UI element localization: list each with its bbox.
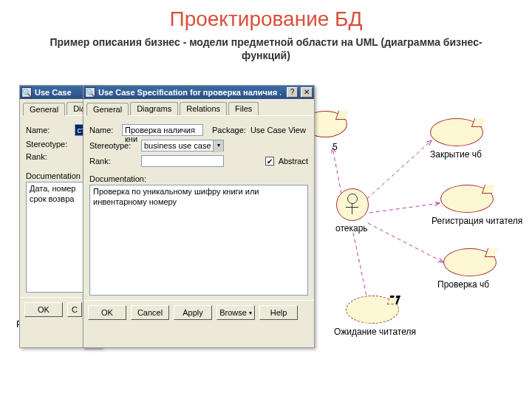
chevron-down-icon-browse: ▾	[249, 310, 252, 316]
chevron-down-icon[interactable]: ▾	[213, 140, 223, 152]
label-abstract: Abstract	[279, 157, 308, 166]
tab-diagrams[interactable]: Diagrams	[130, 102, 178, 115]
apply-button[interactable]: Apply	[174, 305, 212, 320]
tab-general-back[interactable]: General	[23, 103, 65, 116]
usecase-close	[430, 118, 483, 146]
browse-button[interactable]: Browse▾	[216, 305, 255, 320]
actor-label: отекарь	[335, 223, 368, 233]
dialog-usecase-spec: 🔍 Use Case Specification for проверка на…	[83, 85, 315, 348]
input-name[interactable]: Проверка наличия кни	[122, 124, 203, 136]
tab-files[interactable]: Files	[228, 102, 259, 115]
svg-line-0	[362, 140, 432, 203]
label-name-back: Name:	[26, 126, 70, 134]
titlebar-back-text: Use Case	[35, 88, 72, 97]
label-stereotype-back: Stereotype:	[26, 140, 73, 149]
ok-button[interactable]: OK	[88, 305, 126, 320]
close-icon[interactable]: ✕	[301, 87, 313, 98]
actor-librarian	[336, 188, 369, 221]
svg-line-4	[332, 148, 341, 194]
cancel-button-back[interactable]: C	[67, 302, 82, 317]
tabbar-front: General Diagrams Relations Files	[83, 99, 314, 116]
textarea-documentation[interactable]: Проверка по уникальному шифру книги или …	[89, 185, 308, 296]
help-button[interactable]: Help	[259, 305, 298, 320]
titlebar-front[interactable]: 🔍 Use Case Specification for проверка на…	[83, 86, 314, 99]
checkbox-abstract[interactable]: ✔	[265, 157, 274, 166]
usecase-close-label: Закрытие чб	[430, 149, 482, 160]
ok-button-back[interactable]: OK	[24, 302, 63, 317]
usecase-register-label: Регистрация читателя	[432, 216, 522, 226]
label-rank-back: Rank:	[26, 152, 73, 161]
usecase-wait	[346, 296, 399, 324]
usecase-register	[440, 185, 494, 213]
usecase-wait-label: Ожидание читателя	[334, 327, 416, 337]
search-icon-front: 🔍	[85, 87, 95, 98]
tab-general[interactable]: General	[86, 103, 129, 116]
svg-line-2	[368, 223, 443, 262]
label-stereotype: Stereotype:	[89, 141, 137, 150]
combo-stereotype-value: business use case	[144, 141, 211, 150]
label-package: Package:	[212, 126, 246, 134]
svg-line-1	[369, 203, 440, 213]
value-package: Use Case View	[250, 126, 306, 134]
label-rank: Rank:	[89, 157, 137, 166]
label-name: Name:	[89, 126, 117, 134]
usecase-check-label: Проверка чб	[437, 279, 489, 290]
label-documentation: Documentation:	[89, 174, 308, 183]
help-icon[interactable]: ?	[287, 87, 299, 98]
input-rank[interactable]	[141, 155, 224, 167]
cancel-button[interactable]: Cancel	[131, 305, 169, 320]
combo-stereotype[interactable]: business use case ▾	[141, 140, 224, 151]
cut-label-number: 5	[332, 142, 338, 152]
tab-relations[interactable]: Relations	[180, 102, 227, 115]
titlebar-front-text: Use Case Specification for проверка нали…	[98, 88, 281, 97]
search-icon: 🔍	[21, 87, 32, 98]
usecase-check	[443, 248, 497, 276]
svg-line-3	[353, 233, 368, 303]
